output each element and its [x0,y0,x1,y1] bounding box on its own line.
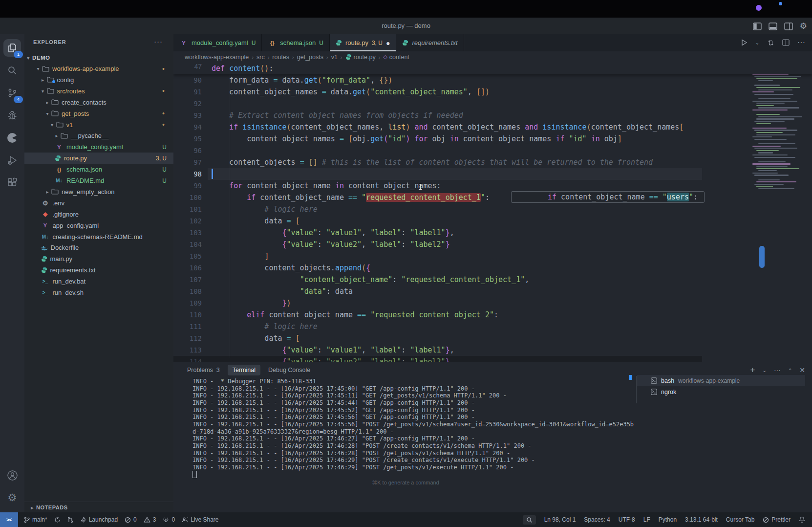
code-line-103[interactable]: 103 {"value": "value1", "label": "label1… [173,227,812,239]
tree-folder-v1[interactable]: ▾v1• [24,119,173,131]
status-ln-98-col-1[interactable]: Ln 98, Col 1 [544,516,576,523]
code-line-94[interactable]: 94 if isinstance(content_object_names, l… [173,121,812,133]
code-line-105[interactable]: 105 ] [173,250,812,262]
horizontal-scrollbar[interactable] [173,356,702,362]
split-editor-icon[interactable] [782,39,790,46]
minimap[interactable] [749,63,808,209]
code-line-95[interactable]: 95 content_object_names = [obj.get("id")… [173,133,812,145]
tree-file-.env[interactable]: ⚙.env [24,198,173,209]
tree-file-module_config.yaml[interactable]: Ymodule_config.yamlU [24,141,173,153]
compare-changes-icon[interactable] [767,39,774,46]
tree-folder-__pycache__[interactable]: ▸__pycache__ [24,130,173,141]
run-dropdown-chevron-icon[interactable]: ⌄ [755,40,759,45]
activity-search-icon[interactable] [3,62,21,79]
panel-close-icon[interactable]: ✕ [799,366,805,374]
activity-account-icon[interactable] [3,466,21,484]
status-spaces-4[interactable]: Spaces: 4 [584,516,610,523]
tree-file-route.py[interactable]: route.py3, U [24,153,173,164]
layout-sidebar-right-icon[interactable] [784,22,793,30]
tree-folder-new_empty_action[interactable]: ▸new_empty_action [24,186,173,198]
code-line-110[interactable]: 110 elif content_object_name == "request… [173,309,812,321]
status-sync[interactable] [54,517,61,523]
tree-file-main.py[interactable]: main.py [24,253,173,264]
activity-explorer-icon[interactable]: 1 [3,39,21,57]
new-terminal-icon[interactable]: + [750,365,755,375]
status-live-share[interactable]: Live Share [182,516,218,523]
breadcrumb-item-v1[interactable]: v1 [331,54,338,61]
activity-run-debug-icon[interactable] [3,152,21,169]
breadcrumb-item-src[interactable]: src [256,54,265,61]
code-line-109[interactable]: 109 }) [173,297,812,309]
breadcrumb-item-routes[interactable]: routes [272,54,289,61]
code-line-101[interactable]: 101 # logic here [173,203,812,215]
activity-extensions-icon[interactable] [3,174,21,192]
code-line-93[interactable]: 93 # Extract content object names from o… [173,110,812,121]
status-utf-8[interactable]: UTF-8 [619,516,635,523]
status-bell[interactable] [799,516,805,523]
code-line-108[interactable]: 108 "data": data [173,285,812,297]
tree-file-Dockerfile[interactable]: Dockerfile [24,242,173,253]
explorer-root-folder[interactable]: ▾ DEMO [24,52,173,63]
code-line-98[interactable]: 98 [173,168,812,180]
tree-file-run_dev.bat[interactable]: >_run_dev.bat [24,276,173,287]
code-line-90[interactable]: 90 form_data = data.get("form_data", {}) [173,74,812,86]
breadcrumb-item-route.py[interactable]: route.py [345,54,376,61]
code-line-112[interactable]: 112 data = [ [173,332,812,344]
tree-folder-create_contacts[interactable]: ▸create_contacts [24,97,173,108]
tree-folder-get_posts[interactable]: ▾get_posts• [24,108,173,119]
tab-requirements.txt[interactable]: requirements.txt [396,34,464,51]
activity-debug-icon[interactable] [3,107,21,124]
tree-file-README.md[interactable]: M↓README.mdU [24,175,173,186]
code-line-107[interactable]: 107 "content_object_name": "requested_co… [173,274,812,285]
panel-tab-Problems[interactable]: Problems3 [182,365,225,375]
terminal-list-item-bash[interactable]: bashworkflows-app-example [637,375,805,386]
code-line-97[interactable]: 97 content_objects = [] # this is the li… [173,156,812,168]
more-actions-icon[interactable]: ··· [797,38,805,47]
breadcrumb-item-content[interactable]: ◇content [383,54,409,61]
status-0[interactable]: 0 [125,516,137,523]
breadcrumb-item-workflows-app-example[interactable]: workflows-app-example [185,54,249,61]
code-line-99[interactable]: 99 for content_object_name in content_ob… [173,180,812,192]
layout-sidebar-left-icon[interactable] [753,22,762,30]
status-lf[interactable]: LF [643,516,650,523]
code-line-92[interactable]: 92 [173,98,812,110]
tree-file-requirements.txt[interactable]: requirements.txt [24,264,173,276]
code-line-106[interactable]: 106 content_objects.append({ [173,262,812,274]
terminal-list-item-ngrok[interactable]: ngrok [637,386,805,397]
terminal-dropdown-chevron-icon[interactable]: ⌄ [762,368,766,373]
code-editor[interactable]: 90 form_data = data.get("form_data", {})… [173,63,812,362]
activity-source-control-icon[interactable]: 4 [3,84,21,102]
remote-indicator[interactable]: >< [0,512,18,527]
code-line-113[interactable]: 113 {"value": "value1", "label": "label1… [173,344,812,356]
status-cursor-tab[interactable]: Cursor Tab [726,516,754,523]
code-line-102[interactable]: 102 data = [ [173,215,812,227]
cursor-tab-suggestion-popup[interactable]: if content_object_name == "users": [511,191,705,203]
panel-more-icon[interactable]: ··· [774,366,781,374]
status-3-13-1-64-bit[interactable]: 3.13.1 64-bit [685,516,718,523]
activity-ai-circle-icon[interactable] [3,129,21,147]
code-line-91[interactable]: 91 content_object_names = data.get("cont… [173,86,812,98]
tree-file-creating-schemas-README.md[interactable]: M↓creating-schemas-README.md [24,231,173,242]
status-3[interactable]: 3 [144,516,156,523]
tab-route.py[interactable]: route.py3, U● [330,34,396,51]
code-line-111[interactable]: 111 # logic here [173,321,812,332]
status-python[interactable]: Python [659,516,677,523]
settings-gear-icon[interactable]: ⚙ [800,21,807,31]
tree-folder-workflows-app-example[interactable]: ▾workflows-app-example• [24,63,173,74]
status-prettier[interactable]: Prettier [763,516,791,523]
panel-tab-Debug Console[interactable]: Debug Console [263,365,315,375]
status-magnifier[interactable] [523,515,536,525]
layout-panel-icon[interactable] [769,22,777,30]
tab-module_config.yaml[interactable]: Ymodule_config.yamlU [173,34,262,51]
code-line-100[interactable]: 100 if content_object_name == "requested… [173,192,812,203]
tree-folder-src/routes[interactable]: ▾src/routes• [24,86,173,97]
breadcrumb-item-get_posts[interactable]: get_posts [297,54,323,61]
status-main-[interactable]: main* [24,516,47,523]
status-0[interactable]: 0 [163,516,175,523]
panel-maximize-icon[interactable]: ⌃ [788,368,792,373]
tree-file-schema.json[interactable]: {}schema.jsonU [24,164,173,175]
tree-folder-config[interactable]: ▸config [24,74,173,86]
code-line-104[interactable]: 104 {"value": "value2", "label": "label2… [173,239,812,250]
run-python-file-icon[interactable] [741,39,748,46]
panel-tab-Terminal[interactable]: Terminal [228,365,260,375]
